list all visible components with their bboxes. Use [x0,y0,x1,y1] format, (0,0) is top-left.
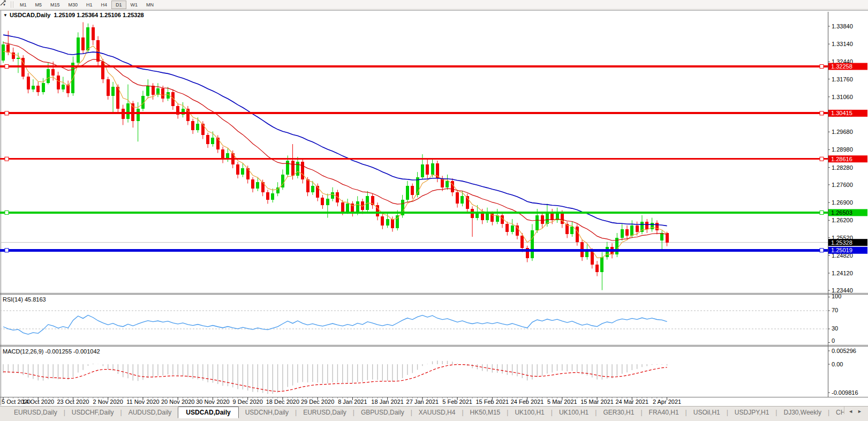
price-tick-label: 1.29680 [832,129,853,135]
rsi-axis-label: 30 [832,325,838,332]
timeframe-button-M1[interactable]: M1 [16,1,31,9]
hline-handle[interactable] [5,65,9,69]
timeframe-button-M30[interactable]: M30 [64,1,82,9]
tab-dj30-weekly[interactable]: DJ30,Weekly [777,407,827,418]
price-chart[interactable]: 1.338401.331401.324401.317601.310601.303… [0,0,868,421]
candle-body [47,69,50,83]
date-label: 24 Mar 2021 [615,399,648,405]
candle-body [146,86,149,96]
price-tick-label: 1.28280 [832,164,853,171]
candle-down [426,159,429,178]
chart-ohlc: 1.25109 1.25364 1.25106 1.25328 [54,12,144,18]
candle-body [101,62,104,79]
timeframe-button-MN[interactable]: MN [142,1,158,9]
candle-down [251,177,254,192]
timeframe-button-W1[interactable]: W1 [126,1,142,9]
candle-down [505,222,509,236]
tab-china300-h1[interactable]: CHINA300,H1 [829,407,844,418]
tab-eurusd-daily[interactable]: EURUSD,Daily [297,407,353,418]
candle-body [77,37,80,63]
candle-up [486,208,489,223]
rsi-axis-label: 70 [832,307,838,313]
candle-up [421,154,424,179]
tab-usdcad-daily[interactable]: USDCAD,Daily [178,407,238,418]
hline-handle[interactable] [820,65,824,69]
candle-body [531,230,534,258]
candle-body [126,103,130,118]
macd-axis-label: 0.00 [832,361,843,367]
timeframe-button-D1[interactable]: D1 [111,1,126,9]
candle-body [326,199,329,205]
tab-uk100-h1[interactable]: UK100,H1 [508,407,550,418]
timeframe-button-M15[interactable]: M15 [46,1,64,9]
hline-handle[interactable] [5,249,9,252]
mt4-window: ▼ M1M5M15M30H1H4D1W1MN 1.338401.331401.3… [0,0,868,421]
hline-handle[interactable] [820,111,824,115]
hline-handle[interactable] [5,111,9,115]
macd-histogram [3,360,667,394]
candle-down [321,195,324,209]
tab-ger30-h1[interactable]: GER30,H1 [597,407,640,418]
tab-usoil-h1[interactable]: USOil,H1 [687,407,727,418]
date-label: 30 Nov 2020 [196,399,229,405]
tab-usdjpy-h1[interactable]: USDJPY,H1 [728,407,775,418]
tabs-scroll-left-icon[interactable]: ◄ [847,409,855,414]
tab-eurusd-daily[interactable]: EURUSD,Daily [7,407,64,418]
candle-body [666,233,669,243]
tab-scroller: ◄ ► [844,407,868,414]
candle-up [585,244,588,259]
candle-body [591,251,594,265]
price-axis[interactable]: 1.338401.331401.324401.317601.310601.303… [828,23,867,396]
candle-body [86,27,89,50]
date-label: 27 Jan 2021 [406,399,439,405]
chart-collapse-icon[interactable]: ▼ [3,13,7,18]
candle-down [645,219,648,233]
tabs-scroll-right-icon[interactable]: ► [856,409,864,414]
candle-body [645,222,648,229]
candle-down [57,72,60,93]
candle-up [296,157,299,178]
chart-title: ▼USDCAD,Daily 1.25109 1.25364 1.25106 1.… [3,12,144,18]
candle-body [421,164,424,177]
tab-gbpusd-daily[interactable]: GBPUSD,Daily [354,407,411,418]
price-tick-label: 1.33840 [832,23,853,29]
tab-audusd-daily[interactable]: AUDUSD,Daily [122,407,178,418]
candle-body [266,192,269,200]
tab-fra40-h1[interactable]: FRA40,H1 [643,407,685,418]
timeframe-button-M5[interactable]: M5 [31,1,46,9]
rsi-indicator-label: RSI(14) 45.8163 [3,296,46,303]
timeframe-button-H1[interactable]: H1 [82,1,97,9]
candle-body [595,265,599,272]
price-tick-label: 1.31760 [832,76,853,82]
candle-body [2,44,5,60]
candle-body [391,219,394,228]
candle-up [615,233,618,257]
candle-up [281,169,284,190]
candle-down [456,190,459,207]
candle-up [182,102,185,117]
date-label: 23 Oct 2020 [57,399,89,405]
candle-body [256,182,259,189]
tab-usdchf-daily[interactable]: USDCHF,Daily [65,407,120,418]
hline-handle[interactable] [820,249,824,252]
tab-xauusd-h4[interactable]: XAUUSD,H4 [412,407,462,418]
hline-handle[interactable] [5,157,9,161]
hline-handle[interactable] [820,210,824,214]
tab-usdcnh-daily[interactable]: USDCNH,Daily [239,407,295,418]
toolbar-grip[interactable] [11,2,13,7]
hline-handle[interactable] [5,210,9,214]
timeframe-button-H4[interactable]: H4 [97,1,112,9]
candle-body [636,225,639,232]
hline-handle[interactable] [820,157,824,161]
candle-down [291,144,295,179]
date-label: 2 Apr 2021 [653,399,681,405]
candle-body [336,192,339,202]
hline-price-label: 1.25019 [831,247,852,253]
crosshair-tool-button[interactable]: ▼ [0,1,9,9]
tab-uk100-h1[interactable]: UK100,H1 [553,407,595,418]
date-axis[interactable]: 5 Oct 202014 Oct 202023 Oct 20202 Nov 20… [2,397,681,405]
tab-hk50-m15[interactable]: HK50,M15 [464,407,507,418]
date-label: 5 Mar 2021 [547,399,577,405]
candle-body [216,138,220,149]
date-label: 18 Dec 2020 [266,399,299,405]
